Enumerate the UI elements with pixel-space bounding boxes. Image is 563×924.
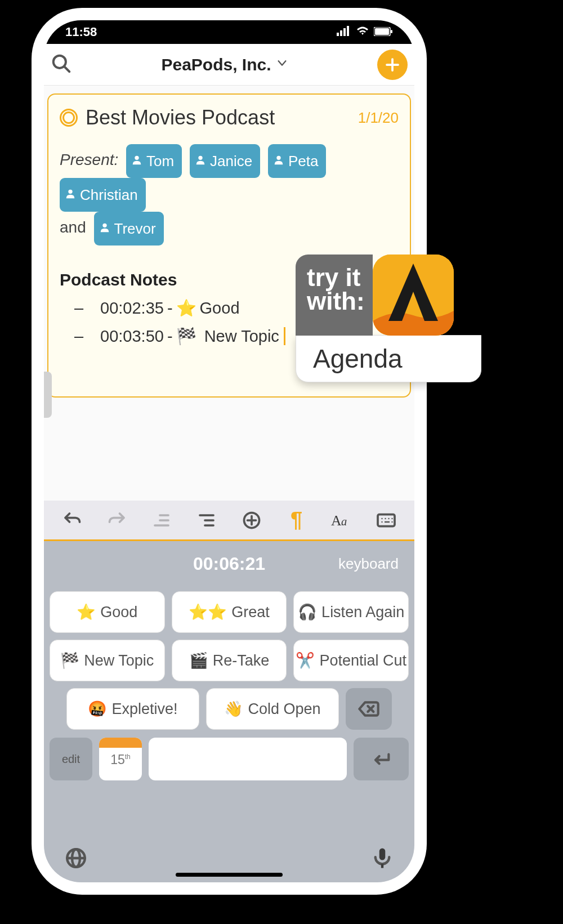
tag-label: Re-Take (213, 652, 270, 669)
person-name: Christian (80, 180, 138, 210)
svg-text:A: A (331, 512, 342, 529)
pilcrow-icon: ¶ (291, 508, 302, 532)
person-name: Janice (210, 146, 252, 176)
insert-button[interactable] (239, 508, 264, 533)
emoji-icon: 🎧 (298, 603, 317, 621)
svg-rect-0 (337, 33, 339, 36)
svg-point-31 (391, 517, 392, 519)
dash: - (167, 299, 173, 318)
svg-rect-5 (375, 28, 389, 35)
person-tag[interactable]: Peta (268, 144, 327, 178)
person-name: Tom (146, 146, 174, 176)
globe-key[interactable] (64, 846, 88, 872)
tag-key-listen-again[interactable]: 🎧Listen Again (293, 591, 409, 633)
scroll-handle[interactable] (44, 372, 52, 418)
svg-rect-6 (391, 30, 392, 33)
bullet-icon: – (74, 299, 84, 318)
note-title[interactable]: Best Movies Podcast (86, 106, 350, 130)
text-style-button[interactable]: Aa (329, 508, 354, 533)
person-tag[interactable]: Tom (126, 144, 182, 178)
note-date[interactable]: 1/1/20 (358, 109, 399, 127)
tag-label: Good (100, 604, 137, 621)
timestamp: 00:03:50 (100, 327, 164, 346)
outdent-button[interactable] (149, 508, 174, 533)
keyboard-mode-toggle[interactable]: keyboard (285, 555, 399, 573)
keyboard-button[interactable] (374, 508, 399, 533)
add-button[interactable] (377, 50, 408, 80)
indent-button[interactable] (194, 508, 219, 533)
svg-point-32 (381, 521, 382, 522)
tag-label: Great (231, 604, 270, 621)
svg-line-8 (64, 66, 70, 72)
emoji-icon: ⭐⭐ (189, 603, 227, 621)
person-icon (64, 180, 77, 210)
timer-display: 00:06:21 (173, 553, 286, 574)
svg-point-11 (135, 156, 138, 160)
svg-rect-2 (343, 28, 346, 36)
workspace-title[interactable]: PeaPods, Inc. (161, 55, 288, 74)
tag-key-cold-open[interactable]: 👋Cold Open (206, 688, 339, 730)
item-emoji: 🏁 (176, 327, 196, 346)
svg-point-14 (68, 190, 72, 194)
tag-key-retake[interactable]: 🎬Re-Take (172, 640, 287, 681)
keyboard-footer (50, 836, 409, 877)
note-status-ring-icon[interactable] (60, 109, 78, 127)
search-button[interactable] (51, 53, 72, 77)
battery-icon (374, 25, 393, 39)
tag-key-good[interactable]: ⭐Good (50, 591, 165, 633)
svg-point-13 (276, 156, 280, 160)
mic-key[interactable] (370, 846, 394, 872)
space-key[interactable] (149, 738, 347, 780)
home-indicator[interactable] (176, 873, 283, 877)
undo-button[interactable] (60, 508, 84, 533)
keyboard-header: 00:06:21 keyboard (50, 549, 409, 584)
present-block: Present: Tom Janice Peta (60, 144, 399, 245)
and-label: and (60, 218, 86, 236)
emoji-icon: 👋 (224, 700, 243, 718)
tag-label: Expletive! (111, 700, 177, 718)
tag-key-expletive[interactable]: 🤬Expletive! (66, 688, 199, 730)
emoji-icon: ⭐ (77, 603, 96, 621)
person-icon (272, 146, 285, 176)
tag-label: Cold Open (248, 700, 320, 718)
person-icon (99, 213, 111, 244)
svg-point-29 (385, 517, 386, 519)
person-tag[interactable]: Janice (190, 144, 260, 178)
edit-key[interactable]: edit (50, 738, 92, 780)
dash: - (167, 327, 173, 346)
svg-rect-3 (347, 26, 349, 36)
item-text: Good (200, 299, 240, 318)
agenda-app-icon (373, 255, 454, 336)
promo-text: try itwith: (296, 255, 373, 336)
return-key[interactable] (354, 738, 409, 780)
svg-rect-40 (379, 849, 386, 860)
item-text: New Topic (200, 327, 279, 346)
editor-toolbar: ¶ Aa (44, 501, 414, 541)
cellular-icon (337, 25, 351, 39)
person-tag[interactable]: Trevor (94, 212, 164, 245)
emoji-icon: 🏁 (60, 651, 79, 669)
timestamp: 00:02:35 (100, 299, 164, 318)
emoji-icon: 🤬 (88, 700, 107, 718)
calendar-header-icon (99, 738, 142, 748)
chevron-down-icon (276, 57, 288, 73)
svg-text:a: a (341, 515, 347, 528)
backspace-key[interactable] (346, 688, 392, 730)
workspace-name: PeaPods, Inc. (161, 55, 271, 74)
emoji-icon: 🎬 (189, 651, 208, 669)
tag-key-potential-cut[interactable]: ✂️Potential Cut (293, 640, 409, 681)
person-tag[interactable]: Christian (60, 178, 146, 212)
tag-key-great[interactable]: ⭐⭐Great (172, 591, 287, 633)
redo-button[interactable] (105, 508, 129, 533)
date-key[interactable]: 15th (99, 738, 142, 780)
item-emoji: ⭐ (176, 298, 196, 318)
phone-frame: 11:58 PeaPods, Inc. (32, 8, 427, 895)
tag-key-new-topic[interactable]: 🏁New Topic (50, 640, 165, 681)
person-name: Peta (288, 146, 319, 176)
date-value: 15th (110, 752, 131, 767)
svg-rect-27 (378, 514, 395, 526)
emoji-icon: ✂️ (296, 651, 315, 669)
text-cursor (284, 327, 285, 345)
paragraph-button[interactable]: ¶ (284, 508, 309, 533)
person-icon (131, 146, 143, 176)
